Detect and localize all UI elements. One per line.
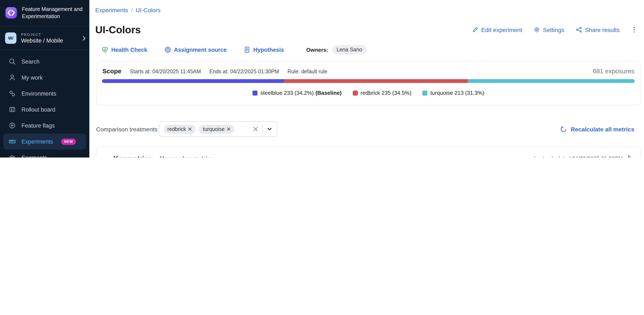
assignment-source-link[interactable]: Assignment source bbox=[164, 46, 227, 53]
key-metrics-title: Key metrics bbox=[113, 155, 152, 157]
heart-check-icon bbox=[102, 46, 108, 53]
search-icon bbox=[8, 58, 16, 65]
sidebar-item-label: Search bbox=[22, 58, 40, 65]
hypothesis-link[interactable]: Hypothesis bbox=[244, 46, 284, 53]
more-options-button[interactable] bbox=[631, 26, 637, 33]
breadcrumb-link-experiments[interactable]: Experiments bbox=[95, 7, 128, 13]
sidebar-item-experiments[interactable]: Experiments NEW bbox=[3, 133, 86, 149]
gear-icon bbox=[534, 26, 540, 33]
manage-key-metrics-link[interactable]: Manage key metrics bbox=[160, 155, 214, 157]
new-badge: NEW bbox=[61, 138, 76, 145]
legend-item-redbrick: redbrick 235 (34.5%) bbox=[352, 90, 411, 96]
bar-segment-turquoise bbox=[468, 79, 635, 83]
hexagons-icon bbox=[8, 90, 16, 97]
sidebar-item-label: My work bbox=[22, 74, 43, 81]
share-results-label: Share results bbox=[585, 26, 620, 33]
ruler-icon bbox=[8, 138, 16, 145]
legend-item-turquoise: turquoise 213 (31.3%) bbox=[422, 90, 484, 96]
scope-starts: Starts at: 04/20/2025 11:45AM bbox=[130, 69, 201, 74]
edit-experiment-button[interactable]: Edit experiment bbox=[472, 26, 522, 33]
owner-pill[interactable]: Lena Sano bbox=[332, 45, 367, 54]
clear-selection-icon[interactable] bbox=[252, 125, 259, 133]
sidebar-item-search[interactable]: Search bbox=[3, 53, 86, 69]
board-columns-icon bbox=[8, 106, 16, 113]
key-metrics-header: Key metrics Manage key metrics Last calc… bbox=[96, 147, 640, 157]
assignment-source-label: Assignment source bbox=[174, 46, 227, 53]
main-content: Experiments / UI-Colors UI-Colors Edit e… bbox=[89, 0, 644, 157]
chevron-down-icon[interactable] bbox=[266, 126, 273, 132]
collapse-chevron-icon[interactable] bbox=[102, 156, 108, 157]
sidebar-item-segments[interactable]: Segments bbox=[3, 149, 86, 157]
legend-label: steelblue 233 (34.2%) bbox=[260, 90, 314, 96]
breadcrumb: Experiments / UI-Colors bbox=[95, 7, 160, 13]
hypothesis-label: Hypothesis bbox=[253, 46, 284, 53]
chevron-right-icon bbox=[80, 35, 87, 41]
select-divider bbox=[262, 124, 263, 134]
chip-turquoise[interactable]: turquoise bbox=[199, 124, 234, 134]
sidebar-item-label: Rollout board bbox=[22, 106, 56, 113]
comparison-row: Comparison treatments redbrick turquoise bbox=[96, 121, 641, 137]
scope-card: Scope Starts at: 04/20/2025 11:45AM Ends… bbox=[96, 61, 641, 105]
share-results-button[interactable]: Share results bbox=[576, 26, 620, 33]
scope-rule: Rule: default rule bbox=[288, 69, 327, 74]
breadcrumb-link-current[interactable]: UI-Colors bbox=[136, 7, 160, 13]
key-metrics-card: Key metrics Manage key metrics Last calc… bbox=[96, 147, 641, 157]
turquoise-swatch bbox=[422, 90, 427, 95]
refresh-icon bbox=[560, 126, 567, 132]
legend-label: turquoise 213 (31.3%) bbox=[430, 90, 484, 96]
settings-button[interactable]: Settings bbox=[534, 26, 564, 33]
edit-experiment-label: Edit experiment bbox=[481, 26, 522, 33]
flag-circle-icon bbox=[8, 122, 16, 129]
chip-label: redbrick bbox=[167, 126, 186, 132]
sidebar-item-label: Experiments bbox=[22, 138, 53, 145]
share-icon bbox=[576, 26, 582, 33]
treatment-legend: steelblue 233 (34.2%) (Baseline) redbric… bbox=[96, 90, 640, 96]
pencil-icon bbox=[472, 26, 478, 33]
scope-header: Scope Starts at: 04/20/2025 11:45AM Ends… bbox=[96, 61, 640, 74]
legend-label: redbrick 235 (34.5%) bbox=[360, 90, 411, 96]
person-icon bbox=[8, 74, 16, 81]
chip-remove-icon[interactable] bbox=[188, 127, 192, 131]
breadcrumb-separator: / bbox=[131, 7, 133, 13]
header-actions: Edit experiment Settings Share results bbox=[472, 26, 637, 33]
sidebar-item-my-work[interactable]: My work bbox=[3, 69, 86, 85]
page-title: UI-Colors bbox=[95, 24, 141, 36]
close-icon bbox=[253, 126, 258, 132]
redbrick-swatch bbox=[352, 90, 358, 95]
project-avatar: W/ bbox=[5, 32, 16, 44]
people-icon bbox=[8, 154, 16, 157]
app-window: Feature Management and Experimentation W… bbox=[0, 0, 644, 157]
sidebar-item-label: Environments bbox=[22, 90, 56, 97]
owners-group: Owners: Lena Sano bbox=[306, 45, 367, 54]
app-logo-icon bbox=[5, 7, 17, 19]
app-logo-row: Feature Management and Experimentation bbox=[0, 0, 89, 26]
health-check-link[interactable]: Health Check bbox=[102, 46, 147, 53]
sidebar-nav: Search My work Environments Rollout boar… bbox=[0, 50, 89, 157]
steelblue-swatch bbox=[252, 90, 258, 95]
comparison-treatments-select[interactable]: redbrick turquoise bbox=[159, 121, 277, 137]
sidebar: Feature Management and Experimentation W… bbox=[0, 0, 89, 157]
bar-segment-redbrick bbox=[284, 79, 468, 83]
scope-title: Scope bbox=[102, 67, 122, 74]
app-title: Feature Management and Experimentation bbox=[22, 6, 84, 20]
chip-label: turquoise bbox=[203, 126, 225, 132]
chip-redbrick[interactable]: redbrick bbox=[164, 124, 196, 134]
baseline-tag: (Baseline) bbox=[316, 90, 342, 96]
experiment-meta-row: Health Check Assignment source Hypothesi… bbox=[102, 45, 367, 54]
chip-remove-icon[interactable] bbox=[227, 127, 230, 131]
sidebar-item-environments[interactable]: Environments bbox=[3, 85, 86, 101]
legend-item-steelblue: steelblue 233 (34.2%) (Baseline) bbox=[252, 90, 342, 96]
health-check-label: Health Check bbox=[111, 46, 147, 53]
sidebar-item-rollout-board[interactable]: Rollout board bbox=[3, 101, 86, 117]
recalculate-all-metrics-button[interactable]: Recalculate all metrics bbox=[560, 126, 634, 132]
comparison-label: Comparison treatments bbox=[96, 126, 158, 132]
refresh-icon[interactable] bbox=[627, 155, 634, 157]
project-switcher[interactable]: W/ PROJECT Website / Mobile bbox=[0, 26, 89, 50]
sidebar-item-feature-flags[interactable]: Feature flags bbox=[3, 117, 86, 133]
document-icon bbox=[244, 46, 250, 53]
project-name: Website / Mobile bbox=[21, 37, 63, 44]
scope-ends: Ends at: 04/22/2025 01:30PM bbox=[209, 69, 279, 74]
project-label: PROJECT bbox=[21, 32, 63, 37]
settings-label: Settings bbox=[543, 26, 564, 33]
exposures-count: 681 exposures bbox=[593, 67, 634, 74]
